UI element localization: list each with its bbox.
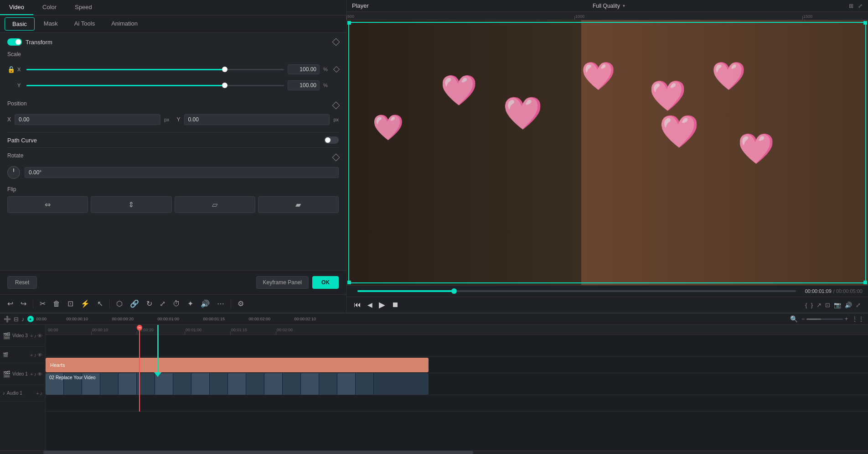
play-btn[interactable]: ▶ <box>379 300 385 310</box>
video3-controls: + ♪ 👁 <box>30 333 42 339</box>
scale-x-slider[interactable] <box>26 69 284 70</box>
tab-color[interactable]: Color <box>33 0 66 15</box>
video1-add[interactable]: + <box>30 371 33 377</box>
volume-btn[interactable]: 🔊 <box>845 302 852 308</box>
scale-label: Scale <box>7 51 339 57</box>
ok-button[interactable]: OK <box>312 276 339 289</box>
trim-btn[interactable]: ⊡ <box>65 297 76 310</box>
scroll-thumb[interactable] <box>43 451 473 454</box>
export-frame-btn[interactable]: ↗ <box>816 302 822 308</box>
flip-vertical-btn[interactable]: ⇕ <box>91 196 171 213</box>
grid-btn[interactable]: ⋮⋮ <box>852 315 864 323</box>
quality-selector[interactable]: Full Quality ▾ <box>593 3 625 9</box>
tab-video[interactable]: Video <box>0 0 33 15</box>
transform-keyframe-icon[interactable] <box>332 38 340 46</box>
video3-label: 🎬 Video 3 + ♪ 👁 <box>0 325 45 347</box>
tab-mask[interactable]: Mask <box>36 16 66 32</box>
video1-vol[interactable]: ♪ <box>34 371 37 377</box>
more-btn[interactable]: ⋯ <box>214 297 227 310</box>
hearts-eye[interactable]: 👁 <box>37 352 42 358</box>
redo-btn[interactable]: ↪ <box>18 297 29 310</box>
svg-text:00:00:10: 00:00:10 <box>92 328 108 332</box>
crop-btn[interactable]: ⬡ <box>114 297 125 310</box>
playback-right-controls: { } ↗ ⊡ 📷 🔊 ⤢ <box>805 302 861 308</box>
scale-y-input[interactable] <box>288 80 320 90</box>
timeline-add-btn[interactable]: ➕ <box>4 316 11 323</box>
effect-btn[interactable]: ✦ <box>185 297 196 310</box>
person-area <box>581 20 868 285</box>
video3-vol[interactable]: ♪ <box>34 333 37 339</box>
video1-name: Video 1 <box>12 371 28 376</box>
cursor-btn[interactable]: ↖ <box>94 297 106 310</box>
fullscreen-btn[interactable]: ⤢ <box>856 302 861 308</box>
audio1-vol[interactable]: ♪ <box>40 391 43 396</box>
flip-horizontal-btn[interactable]: ⇔ <box>7 196 88 213</box>
reset-button[interactable]: Reset <box>7 276 37 289</box>
audio1-add[interactable]: + <box>36 391 39 396</box>
lock-icon[interactable]: 🔒 <box>7 61 15 78</box>
handle-bl[interactable] <box>347 281 351 284</box>
pip-btn[interactable]: ⊡ <box>825 302 830 308</box>
step-back-btn[interactable]: ⏮ <box>354 301 361 309</box>
tab-animation[interactable]: Animation <box>103 16 146 32</box>
hearts-vol[interactable]: ♪ <box>34 352 37 358</box>
rotate-dial[interactable] <box>7 166 20 179</box>
scale-x-keyframe[interactable] <box>333 66 340 73</box>
in-mark-btn[interactable]: { <box>805 302 807 308</box>
progress-thumb[interactable] <box>451 288 457 294</box>
video1-eye[interactable]: 👁 <box>37 371 42 377</box>
hearts-clip[interactable]: Hearts <box>46 358 429 372</box>
path-curve-section: Path Curve <box>7 132 339 148</box>
position-keyframe[interactable] <box>332 102 340 110</box>
keyframe-panel-button[interactable]: Keyframe Panel <box>256 276 309 289</box>
zoom-plus-icon[interactable]: + <box>845 316 848 322</box>
link-btn[interactable]: 🔗 <box>127 297 142 310</box>
grid-view-icon[interactable]: ⊞ <box>849 3 853 9</box>
scale-y-slider[interactable] <box>26 85 284 86</box>
timeline-music-btn[interactable]: ♪ <box>21 316 25 323</box>
handle-tl[interactable] <box>347 21 351 25</box>
hearts-add[interactable]: + <box>30 352 33 358</box>
expand-icon[interactable]: ⤢ <box>858 3 863 9</box>
timeline-scrollbar[interactable] <box>0 450 868 454</box>
settings-btn[interactable]: ⚙ <box>235 297 247 310</box>
rotate-input[interactable] <box>25 167 339 178</box>
tab-basic[interactable]: Basic <box>5 17 35 31</box>
position-x-input[interactable] <box>15 114 160 125</box>
zoom-minus-icon[interactable]: − <box>801 316 805 322</box>
path-curve-toggle[interactable] <box>324 136 339 144</box>
stop-btn[interactable]: ⏹ <box>392 301 399 309</box>
transform-switch[interactable] <box>7 38 22 46</box>
timeline-right-controls: 🔍 − + ⋮⋮ <box>790 315 864 323</box>
audio-btn[interactable]: 🔊 <box>198 297 212 310</box>
zoom-in-btn[interactable]: 🔍 <box>790 315 798 323</box>
flip-btn-4[interactable]: ▰ <box>258 196 339 213</box>
undo-btn[interactable]: ↩ <box>5 297 16 310</box>
quality-chevron: ▾ <box>623 3 625 8</box>
tab-speed[interactable]: Speed <box>66 0 101 15</box>
out-mark-btn[interactable]: } <box>811 302 813 308</box>
split-btn[interactable]: ⚡ <box>78 297 93 310</box>
transform-toggle[interactable]: Transform <box>7 38 52 46</box>
handle-tr[interactable] <box>863 21 867 25</box>
video-progress-bar[interactable] <box>357 290 796 292</box>
flip-tool-btn[interactable]: ⤢ <box>157 297 168 310</box>
video3-add[interactable]: + <box>30 333 33 339</box>
zoom-slider[interactable] <box>806 318 843 320</box>
position-y-input[interactable] <box>184 114 330 125</box>
scale-x-input[interactable] <box>288 64 320 74</box>
handle-br[interactable] <box>863 281 867 284</box>
timeline-track-btn[interactable]: ⊟ <box>14 316 19 323</box>
video3-eye[interactable]: 👁 <box>37 333 42 339</box>
video1-clip[interactable]: 02 Replace Your Video <box>46 373 429 395</box>
speed-btn[interactable]: ⏱ <box>170 298 183 310</box>
rotate-btn[interactable]: ↻ <box>144 297 155 310</box>
frame-back-btn[interactable]: ◀ <box>367 301 372 308</box>
snapshot-btn[interactable]: 📷 <box>834 302 841 308</box>
flip-btn-3[interactable]: ▱ <box>175 196 255 213</box>
hearts-track[interactable]: Hearts <box>46 357 868 373</box>
rotate-keyframe[interactable] <box>332 154 340 162</box>
delete-btn[interactable]: 🗑 <box>50 298 63 310</box>
tab-ai-tools[interactable]: Ai Tools <box>66 16 103 32</box>
cut-btn[interactable]: ✂ <box>37 297 48 310</box>
